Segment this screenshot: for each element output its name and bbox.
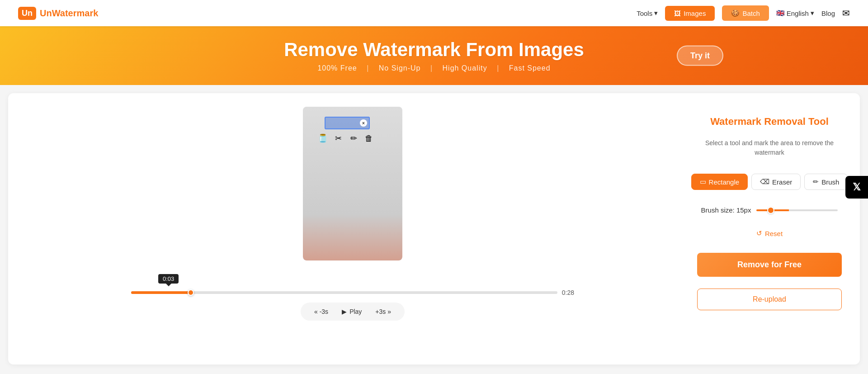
jar-icon[interactable]: 🫙	[316, 132, 329, 145]
eraser-label: Eraser	[772, 178, 792, 186]
image-icon: 🖼	[674, 9, 681, 17]
selection-close-button[interactable]: ×	[360, 119, 367, 127]
selection-rectangle[interactable]: ×	[325, 117, 370, 129]
video-container: × 🫙 ✂ ✏ 🗑	[303, 107, 402, 260]
hero-subtitle: 100% Free | No Sign-Up | High Quality | …	[284, 64, 584, 72]
logo-section: Un UnWatermark	[18, 7, 98, 20]
chevron-down-icon: ▾	[654, 9, 658, 17]
time-tooltip: 0:03	[158, 274, 179, 284]
forward-label: +3s	[375, 308, 386, 315]
timeline-bar-container: 0:28	[131, 289, 574, 296]
scissors-icon[interactable]: ✂	[332, 132, 344, 145]
rewind-label: -3s	[320, 308, 328, 315]
logo-text-watermark: Watermark	[52, 8, 99, 18]
batch-button[interactable]: 🍪 Batch	[722, 5, 769, 21]
forward-button[interactable]: +3s »	[371, 306, 396, 317]
remove-for-free-button[interactable]: Remove for Free	[697, 253, 842, 277]
reupload-button[interactable]: Re-upload	[697, 289, 842, 310]
subtitle-hq: High Quality	[443, 64, 487, 72]
video-panel: × 🫙 ✂ ✏ 🗑 0:03	[26, 107, 679, 351]
rewind-icon: «	[314, 308, 318, 315]
hero-banner: Remove Watermark From Images 100% Free |…	[0, 26, 868, 85]
play-label: Play	[349, 308, 362, 315]
timeline-track[interactable]	[131, 291, 557, 294]
brush-icon: ✏	[813, 178, 819, 186]
main-content: × 🫙 ✂ ✏ 🗑 0:03	[8, 93, 860, 365]
eraser-icon: ⌫	[760, 178, 769, 186]
play-button[interactable]: ▶ Play	[335, 306, 368, 317]
brush-tool-button[interactable]: ✏ Brush	[804, 174, 848, 190]
panel-title: Watermark Removal Tool	[697, 116, 842, 128]
brush-label: Brush	[821, 178, 839, 186]
brush-size-label: Brush size: 15px	[701, 206, 751, 214]
batch-icon: 🍪	[731, 9, 740, 17]
subtitle-fast: Fast Speed	[509, 64, 551, 72]
navbar: Un UnWatermark Tools ▾ 🖼 Images 🍪 Batch …	[0, 0, 868, 26]
rectangle-label: Rectangle	[709, 178, 740, 186]
lang-label: English	[787, 9, 809, 17]
panel-subtitle: Select a tool and mark the area to remov…	[697, 138, 842, 157]
images-label: Images	[684, 9, 706, 17]
blog-link[interactable]: Blog	[821, 9, 835, 17]
rectangle-icon: ▭	[700, 178, 706, 186]
hero-content: Remove Watermark From Images 100% Free |…	[284, 39, 584, 72]
mail-icon: ✉	[842, 8, 850, 18]
trash-icon[interactable]: 🗑	[363, 132, 375, 145]
subtitle-free: 100% Free	[317, 64, 357, 72]
images-button[interactable]: 🖼 Images	[665, 6, 715, 21]
time-end-label: 0:28	[562, 289, 574, 296]
navbar-right: Tools ▾ 🖼 Images 🍪 Batch 🇬🇧 English ▾ Bl…	[637, 5, 850, 21]
twitter-float-button[interactable]: 𝕏	[845, 176, 868, 199]
logo-box: Un	[18, 7, 36, 20]
pipe-3: |	[497, 64, 499, 72]
pipe-1: |	[367, 64, 369, 72]
rewind-button[interactable]: « -3s	[310, 306, 333, 317]
eraser-tool-button[interactable]: ⌫ Eraser	[751, 174, 801, 190]
tools-label: Tools	[637, 9, 652, 17]
x-icon: 𝕏	[853, 181, 861, 193]
pencil-icon[interactable]: ✏	[347, 132, 360, 145]
tool-selector: ▭ Rectangle ⌫ Eraser ✏ Brush	[697, 174, 842, 190]
playback-controls: « -3s ▶ Play +3s »	[301, 303, 405, 321]
forward-icon: »	[387, 308, 391, 315]
tool-icons-row: 🫙 ✂ ✏ 🗑	[316, 132, 375, 145]
language-button[interactable]: 🇬🇧 English ▾	[776, 9, 814, 17]
logo-text-un: Un	[40, 8, 52, 18]
tools-button[interactable]: Tools ▾	[637, 9, 658, 17]
brush-size-row: Brush size: 15px	[697, 206, 842, 214]
play-icon: ▶	[342, 308, 347, 315]
hero-title: Remove Watermark From Images	[284, 39, 584, 61]
flag-icon: 🇬🇧	[776, 9, 785, 17]
rectangle-tool-button[interactable]: ▭ Rectangle	[691, 174, 748, 190]
timeline-section: 0:03 0:28 « -3s ▶ Play	[115, 274, 590, 321]
pipe-2: |	[430, 64, 433, 72]
reset-row[interactable]: ↺ Reset	[697, 229, 842, 237]
subtitle-nosignup: No Sign-Up	[379, 64, 421, 72]
mail-button[interactable]: ✉	[842, 8, 850, 19]
brush-size-slider[interactable]	[756, 209, 838, 211]
right-panel: Watermark Removal Tool Select a tool and…	[697, 107, 842, 351]
timeline-thumb[interactable]	[188, 289, 194, 296]
logo-text: UnWatermark	[40, 8, 98, 19]
try-it-button[interactable]: Try it	[677, 46, 723, 66]
reset-icon: ↺	[756, 229, 762, 237]
close-icon: ×	[362, 121, 365, 126]
timeline-progress	[131, 291, 191, 294]
video-background	[303, 107, 402, 260]
batch-label: Batch	[742, 9, 760, 17]
lang-chevron-icon: ▾	[811, 9, 814, 17]
reset-label: Reset	[765, 230, 783, 237]
